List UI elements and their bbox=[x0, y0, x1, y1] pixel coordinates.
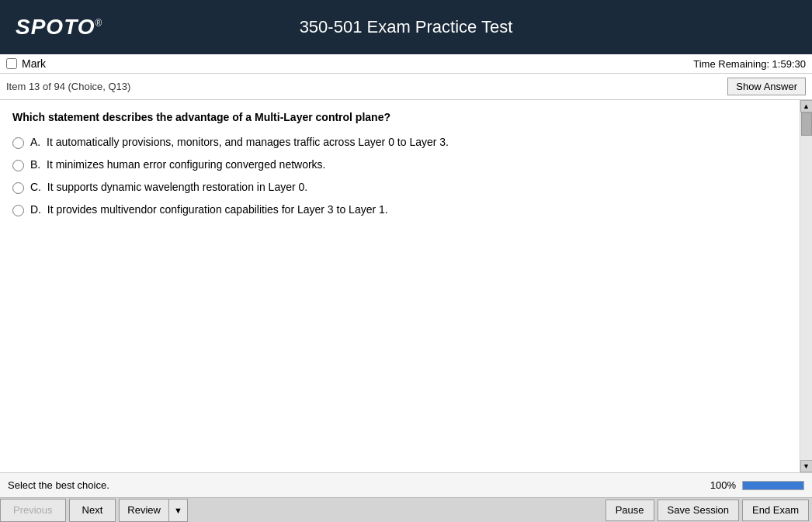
bottom-bar-right: Pause Save Session End Exam bbox=[606, 500, 812, 521]
radio-d[interactable] bbox=[12, 205, 24, 216]
status-bar: Select the best choice. 100% bbox=[0, 472, 812, 497]
option-d[interactable]: D. It provides multivendor configuration… bbox=[12, 203, 787, 216]
mark-label: Mark bbox=[22, 57, 46, 70]
exam-title: 350-501 Exam Practice Test bbox=[300, 17, 513, 37]
radio-c[interactable] bbox=[12, 182, 24, 194]
logo-text: SPOTO bbox=[16, 15, 95, 39]
logo: SPOTO® bbox=[16, 15, 102, 40]
review-button-group[interactable]: Review ▼ bbox=[119, 499, 188, 522]
scroll-up-arrow[interactable]: ▲ bbox=[800, 100, 813, 112]
show-answer-button[interactable]: Show Answer bbox=[727, 78, 806, 95]
review-label[interactable]: Review bbox=[120, 500, 169, 521]
header: SPOTO® 350-501 Exam Practice Test bbox=[0, 0, 812, 54]
label-c[interactable]: C. It supports dynamic wavelength restor… bbox=[30, 181, 307, 193]
label-b[interactable]: B. It minimizes human error configuring … bbox=[30, 158, 326, 171]
mark-area[interactable]: Mark bbox=[6, 57, 46, 70]
label-d[interactable]: D. It provides multivendor configuration… bbox=[30, 203, 388, 216]
main-content: Which statement describes the advantage … bbox=[0, 100, 812, 472]
question-scroll-area: Which statement describes the advantage … bbox=[0, 100, 800, 472]
bottom-bar-left: Previous Next Review ▼ bbox=[0, 499, 188, 522]
bottom-bar: Previous Next Review ▼ Pause Save Sessio… bbox=[0, 497, 812, 522]
option-a[interactable]: A. It automatically provisions, monitors… bbox=[12, 136, 787, 149]
previous-button[interactable]: Previous bbox=[0, 499, 66, 522]
review-dropdown-arrow[interactable]: ▼ bbox=[169, 500, 187, 521]
next-button[interactable]: Next bbox=[69, 499, 116, 522]
scrollbar[interactable]: ▲ ▼ bbox=[800, 100, 812, 472]
option-b-text: It minimizes human error configuring con… bbox=[47, 158, 326, 171]
logo-sup: ® bbox=[95, 18, 103, 29]
pause-button[interactable]: Pause bbox=[606, 500, 654, 521]
scrollbar-track[interactable] bbox=[801, 112, 812, 460]
option-a-text: It automatically provisions, monitors, a… bbox=[47, 136, 449, 148]
progress-bar-fill bbox=[743, 482, 803, 489]
progress-label: 100% bbox=[710, 479, 736, 491]
radio-a[interactable] bbox=[12, 137, 24, 149]
progress-area: 100% bbox=[710, 479, 804, 491]
scrollbar-thumb[interactable] bbox=[801, 112, 812, 136]
mark-bar: Mark Time Remaining: 1:59:30 bbox=[0, 54, 812, 74]
label-a[interactable]: A. It automatically provisions, monitors… bbox=[30, 136, 449, 148]
progress-bar-container bbox=[742, 481, 804, 490]
option-b[interactable]: B. It minimizes human error configuring … bbox=[12, 158, 787, 171]
time-remaining: Time Remaining: 1:59:30 bbox=[693, 58, 806, 70]
item-info: Item 13 of 94 (Choice, Q13) bbox=[6, 81, 130, 92]
option-d-text: It provides multivendor configuration ca… bbox=[47, 203, 388, 216]
question-text: Which statement describes the advantage … bbox=[12, 111, 787, 123]
scroll-down-arrow[interactable]: ▼ bbox=[800, 460, 813, 472]
status-text: Select the best choice. bbox=[8, 479, 109, 491]
end-exam-button[interactable]: End Exam bbox=[742, 500, 809, 521]
radio-b[interactable] bbox=[12, 160, 24, 171]
mark-checkbox[interactable] bbox=[6, 58, 17, 69]
option-c-text: It supports dynamic wavelength restorati… bbox=[47, 181, 307, 193]
option-c[interactable]: C. It supports dynamic wavelength restor… bbox=[12, 181, 787, 194]
save-session-button[interactable]: Save Session bbox=[658, 500, 740, 521]
item-bar: Item 13 of 94 (Choice, Q13) Show Answer bbox=[0, 74, 812, 100]
